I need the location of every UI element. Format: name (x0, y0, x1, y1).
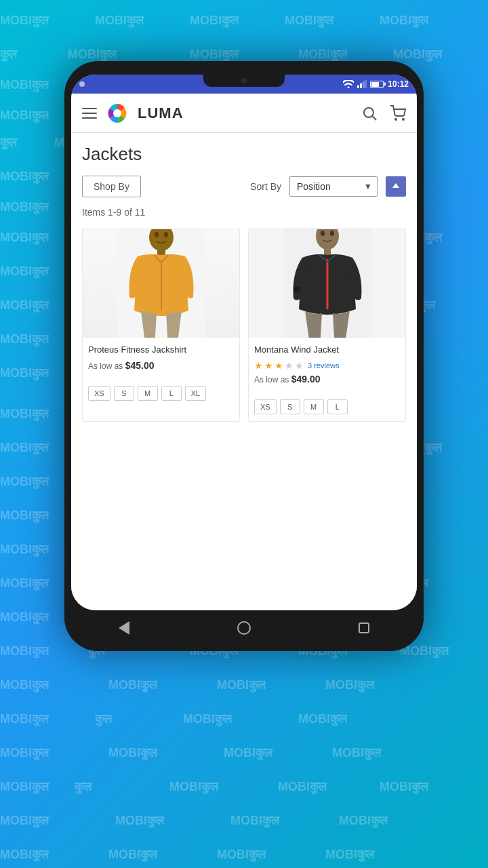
svg-rect-3 (365, 80, 367, 88)
price-prefix-2: As low as (254, 375, 289, 384)
star-2: ★ (264, 360, 273, 371)
product-price-2: As low as $49.00 (254, 374, 400, 384)
review-count[interactable]: 3 reviews (308, 361, 339, 370)
svg-rect-18 (324, 247, 331, 255)
size-xs-2[interactable]: XS (254, 399, 277, 414)
star-1: ★ (254, 360, 263, 371)
nav-recents-button[interactable] (350, 618, 378, 638)
battery-icon (370, 81, 384, 88)
price-value-1: $45.00 (125, 360, 155, 371)
product-price-1: As low as $45.00 (88, 360, 234, 371)
svg-rect-0 (357, 85, 359, 88)
status-time: 10:12 (388, 79, 409, 89)
product-image-2 (249, 229, 405, 338)
page-title: Jackets (82, 144, 406, 165)
svg-point-15 (164, 232, 168, 237)
product-card-1[interactable]: Proteus Fitness Jackshirt As low as $45.… (82, 229, 240, 422)
signal-icon (357, 80, 367, 88)
content-area: Jackets Shop By Sort By Position Product… (71, 133, 417, 610)
size-s-2[interactable]: S (280, 399, 300, 414)
size-xl-1[interactable]: XL (185, 386, 206, 401)
product-silhouette-2 (283, 229, 371, 338)
svg-point-14 (155, 232, 159, 237)
svg-rect-2 (363, 81, 365, 88)
product-grid: Proteus Fitness Jackshirt As low as $45.… (82, 229, 406, 422)
search-icon[interactable] (361, 105, 378, 121)
star-5: ★ (295, 360, 304, 371)
svg-point-8 (395, 119, 396, 120)
svg-point-5 (113, 109, 121, 117)
size-m-2[interactable]: M (304, 399, 324, 414)
header-right (361, 105, 406, 121)
sort-direction-button[interactable] (386, 176, 406, 197)
svg-point-6 (364, 108, 373, 117)
phone-screen: 10:12 (71, 75, 417, 610)
size-options-1: XS S M L XL (83, 386, 239, 408)
status-right: 10:12 (343, 79, 409, 89)
size-l-2[interactable]: L (327, 399, 348, 414)
size-options-2: XS S M L (249, 399, 405, 421)
svg-line-7 (373, 116, 377, 120)
product-name-2: Montana Wind Jacket (254, 344, 400, 356)
price-value-2: $49.00 (291, 374, 321, 384)
product-name-1: Proteus Fitness Jackshirt (88, 344, 234, 356)
sort-by-label: Sort By (250, 181, 281, 192)
product-info-1: Proteus Fitness Jackshirt As low as $45.… (83, 338, 239, 380)
sort-asc-icon (390, 181, 401, 192)
phone-frame: 10:12 (64, 61, 424, 651)
nav-back-button[interactable] (110, 618, 138, 638)
camera (241, 78, 247, 83)
svg-point-9 (403, 119, 404, 120)
items-count: Items 1-9 of 11 (82, 207, 406, 218)
size-l-1[interactable]: L (161, 386, 182, 401)
svg-rect-12 (157, 248, 165, 255)
phone-nav-bar (64, 610, 424, 651)
nav-home-button[interactable] (230, 618, 258, 638)
star-3: ★ (274, 360, 283, 371)
product-image-1 (83, 229, 239, 338)
svg-point-21 (330, 231, 334, 236)
app-header: LUMA (71, 94, 417, 133)
cart-icon[interactable] (390, 105, 406, 121)
size-m-1[interactable]: M (138, 386, 158, 401)
luma-logo (105, 101, 129, 125)
sort-select-wrapper: Position Product Name Price ▼ (289, 176, 378, 197)
product-card-2[interactable]: Montana Wind Jacket ★ ★ ★ ★ ★ 3 reviews … (248, 229, 406, 422)
svg-rect-1 (360, 83, 362, 88)
sort-select[interactable]: Position Product Name Price (289, 176, 378, 197)
price-prefix-1: As low as (88, 361, 123, 371)
product-info-2: Montana Wind Jacket ★ ★ ★ ★ ★ 3 reviews … (249, 338, 405, 394)
size-s-1[interactable]: S (114, 386, 134, 401)
size-xs-1[interactable]: XS (88, 386, 110, 401)
filter-sort-row: Shop By Sort By Position Product Name Pr… (82, 176, 406, 197)
wifi-icon (343, 80, 354, 88)
svg-point-20 (321, 231, 325, 236)
star-4: ★ (285, 360, 293, 371)
phone-notch (203, 75, 285, 87)
shop-by-button[interactable]: Shop By (82, 176, 141, 197)
app-name: LUMA (138, 104, 184, 122)
rating-stars: ★ ★ ★ ★ ★ 3 reviews (254, 360, 400, 371)
product-silhouette-1 (117, 229, 205, 338)
header-left: LUMA (82, 101, 184, 125)
menu-icon[interactable] (82, 108, 97, 119)
status-indicator (79, 81, 85, 87)
